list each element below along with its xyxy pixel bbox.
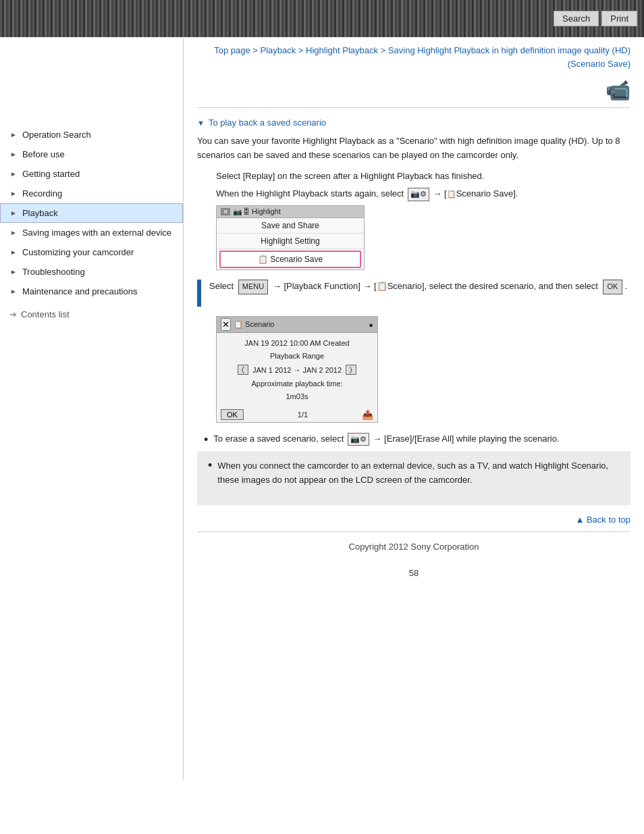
sidebar-item-label: Troubleshooting: [22, 267, 176, 277]
arrow-right-icon: ➔: [9, 309, 17, 319]
sidebar-item-playback[interactable]: ► Playback: [0, 203, 183, 223]
scenario-dot-icon: ●: [369, 321, 373, 329]
note-box: • When you connect the camcorder to an e…: [197, 451, 630, 505]
page-layout: ► Operation Search ► Before use ► Gettin…: [0, 37, 644, 780]
breadcrumb-top[interactable]: Top page: [214, 45, 250, 55]
para1: You can save your favorite Highlight Pla…: [197, 134, 630, 163]
menu-button-icon: MENU: [238, 280, 268, 294]
blue-section-text: Select MENU → [Playback Function] → [📋Sc…: [209, 280, 630, 294]
indent1: Select [Replay] on the screen after a Hi…: [216, 170, 630, 184]
back-to-top-link[interactable]: Back to top: [197, 515, 630, 525]
divider: [197, 107, 630, 108]
scenario-screenshot: ✕ 📋 Scenario ● JAN 19 2012 10:00 AM Crea…: [216, 316, 378, 422]
contents-list-link[interactable]: ➔ Contents list: [0, 301, 183, 328]
screenshot-title-bar: ✕ 📷🎛 Highlight: [217, 206, 364, 218]
sidebar-item-customizing[interactable]: ► Customizing your camcorder: [0, 242, 183, 262]
sidebar-item-label: Recording: [22, 188, 176, 199]
menu-scenario-save[interactable]: 📋 Scenario Save: [219, 251, 361, 268]
chevron-right-icon: ►: [10, 209, 17, 217]
scenario-time: 1m03s: [223, 390, 371, 403]
scenario-date: JAN 19 2012 10:00 AM Created: [223, 337, 371, 350]
chevron-right-icon: ►: [10, 131, 17, 138]
chevron-right-icon: ►: [10, 190, 17, 197]
section-link-label: To play back a saved scenario: [209, 118, 326, 128]
scenario-icon: 📋: [258, 255, 268, 264]
sidebar-item-label: Operation Search: [22, 130, 176, 140]
contents-list-label[interactable]: Contents list: [21, 309, 70, 319]
menu-highlight-setting: Highlight Setting: [217, 234, 364, 249]
scenario-nav-row: 〈 JAN 1 2012 → JAN 2 2012 〉: [223, 364, 371, 377]
scenario-title-bar: ✕ 📋 Scenario ●: [217, 317, 377, 333]
indent2: When the Highlight Playback starts again…: [216, 187, 630, 201]
footer: Copyright 2012 Sony Corporation: [197, 531, 630, 561]
back-to-top-label: Back to top: [587, 515, 630, 525]
page-number: 58: [197, 561, 630, 585]
chevron-right-icon: ►: [10, 268, 17, 276]
sidebar: ► Operation Search ► Before use ► Gettin…: [0, 37, 184, 780]
sidebar-item-label: Getting started: [22, 169, 176, 179]
sidebar-item-before-use[interactable]: ► Before use: [0, 145, 183, 164]
scenario-close-icon[interactable]: ✕: [221, 318, 231, 331]
scenario-prev-button[interactable]: 〈: [238, 365, 248, 375]
close-icon[interactable]: ✕: [221, 208, 230, 215]
sidebar-item-troubleshooting[interactable]: ► Troubleshooting: [0, 262, 183, 282]
scenario-body: JAN 19 2012 10:00 AM Created Playback Ra…: [217, 333, 377, 407]
scenario-playback-range-label: Playback Range: [223, 350, 371, 363]
bullet-erase: • To erase a saved scenario, select 📷⚙ →…: [204, 432, 630, 446]
chevron-right-icon: ►: [10, 151, 17, 158]
chevron-right-icon: ►: [10, 288, 17, 295]
highlight-menu-screenshot: ✕ 📷🎛 Highlight Save and Share Highlight …: [216, 205, 365, 270]
scenario-next-button[interactable]: 〉: [346, 365, 356, 375]
scenario-ok-button[interactable]: OK: [221, 409, 244, 420]
note-dot: •: [208, 459, 212, 471]
blue-section-content: Select MENU → [Playback Function] → [📋Sc…: [209, 280, 630, 307]
main-content: Top page > Playback > Highlight Playback…: [184, 37, 644, 780]
scenario-footer: OK 1/1 📤: [217, 407, 377, 422]
scenario-save-icon-inline: 📷⚙: [408, 188, 429, 201]
note-text: When you connect the camcorder to an ext…: [217, 459, 620, 488]
chevron-right-icon: ►: [10, 229, 17, 236]
note-row: • When you connect the camcorder to an e…: [208, 459, 620, 488]
chevron-right-icon: ►: [10, 170, 17, 178]
sidebar-item-getting-started[interactable]: ► Getting started: [0, 164, 183, 184]
scenario-range: JAN 1 2012 → JAN 2 2012: [252, 364, 342, 377]
erase-icon-inline: 📷⚙: [348, 433, 369, 446]
print-button[interactable]: Print: [601, 11, 637, 26]
chevron-right-icon: ►: [10, 249, 17, 256]
bullet-erase-text: To erase a saved scenario, select 📷⚙ → […: [213, 432, 559, 446]
scenario-title: 📋 Scenario: [234, 320, 274, 329]
sidebar-item-maintenance[interactable]: ► Maintenance and precautions: [0, 282, 183, 301]
scenario-save-inline-icon: 📋: [447, 190, 456, 198]
copyright: Copyright 2012 Sony Corporation: [349, 542, 479, 552]
breadcrumb-current: Saving Highlight Playback in high defini…: [388, 45, 630, 69]
scenario-page: 1/1: [298, 411, 308, 419]
breadcrumb-playback[interactable]: Playback: [261, 45, 296, 55]
scenario-icon2: 📋: [377, 281, 387, 291]
sidebar-item-recording[interactable]: ► Recording: [0, 184, 183, 203]
scenario-approx-label: Approximate playback time:: [223, 377, 371, 390]
sidebar-item-label: Customizing your camcorder: [22, 247, 176, 257]
menu-scenario-save-label: Scenario Save: [270, 255, 323, 264]
sidebar-item-label: Maintenance and precautions: [22, 286, 176, 296]
screenshot-title: 📷🎛 Highlight: [233, 207, 281, 216]
menu-save-share: Save and Share: [217, 218, 364, 234]
blue-bar-section: Select MENU → [Playback Function] → [📋Sc…: [197, 280, 630, 307]
sidebar-item-label: Before use: [22, 149, 176, 159]
sidebar-item-saving-images[interactable]: ► Saving images with an external device: [0, 223, 183, 242]
sidebar-item-label: Saving images with an external device: [22, 228, 176, 238]
search-button[interactable]: Search: [554, 11, 599, 26]
sidebar-item-operation-search[interactable]: ► Operation Search: [0, 125, 183, 145]
blue-accent-bar: [197, 280, 201, 307]
camcorder-icon: 📹: [197, 78, 630, 102]
breadcrumb-highlight[interactable]: Highlight Playback: [306, 45, 378, 55]
header: Search Print: [0, 0, 644, 37]
ok-button-inline: OK: [603, 280, 623, 294]
bullet-dot: •: [204, 434, 208, 446]
scenario-share-icon: 📤: [362, 409, 373, 420]
breadcrumb: Top page > Playback > Highlight Playback…: [197, 44, 630, 70]
sidebar-item-label: Playback: [22, 208, 176, 218]
section-link[interactable]: To play back a saved scenario: [197, 118, 630, 128]
